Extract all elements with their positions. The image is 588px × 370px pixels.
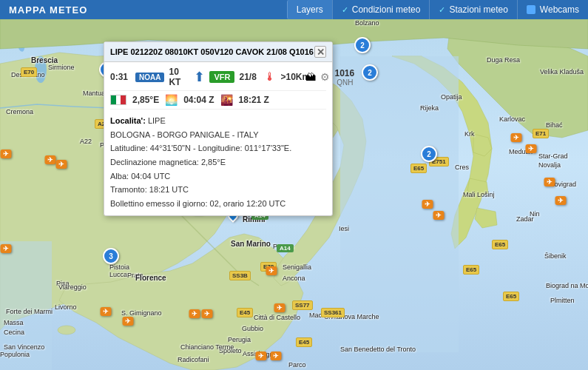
airport-marker-12[interactable] — [422, 200, 433, 209]
city-sirmione: Sirmione — [48, 64, 75, 71]
popup-lat: Latitudine: 44°31'50"N - Longitudine: 01… — [110, 141, 326, 155]
topbar: MAPPA METEO Layers ✓ Condizioni meteo ✓ … — [0, 0, 588, 19]
city-forte-dei-marmi: Forte dei Marmi — [6, 308, 53, 315]
city-pistoia: Pistoia — [109, 263, 129, 271]
city-parco: Parco — [288, 361, 306, 369]
localita-val: LIPE — [148, 116, 166, 125]
airport-marker-17[interactable] — [555, 196, 567, 205]
airport-marker-21[interactable] — [271, 352, 282, 360]
popup-header: LIPE 021220Z 08010KT 050V120 CAVOK 21/08… — [104, 42, 332, 62]
metar-temp: 21/8 — [239, 72, 260, 82]
city-lesci: Iesi — [339, 225, 349, 232]
airport-marker-9[interactable] — [202, 309, 213, 318]
metar-wind: 10 KT — [169, 67, 189, 87]
road-e45-3: E45 — [237, 308, 253, 317]
city-chianciano: Chianciano Terme — [180, 343, 234, 351]
road-ss361: SS361 — [321, 308, 345, 317]
stazioni-label: Stazioni meteo — [449, 4, 507, 15]
airport-marker-16[interactable] — [544, 178, 555, 186]
road-a14: A14 — [277, 244, 294, 252]
metar-source: NOAA — [135, 73, 164, 82]
metar-vfr-badge: VFR — [209, 71, 234, 83]
road-ss77: SS77 — [292, 300, 313, 310]
popup-close-button[interactable]: ✕ — [314, 46, 326, 58]
svg-point-4 — [58, 326, 75, 334]
city-radicofani: Radicofani — [178, 356, 209, 363]
airport-marker-7[interactable] — [123, 317, 134, 326]
popup-info: Localita': LIPE BOLOGNA - BORGO PANIGALE… — [110, 114, 326, 211]
city-bolzano: Bolzano — [355, 19, 379, 27]
cluster-count-4[interactable]: 2 — [421, 146, 437, 162]
road-e65-4: E65 — [463, 265, 479, 275]
metar-row1: 0:31 NOAA 10 KT ⬆ VFR 21/8 🌡 >10Km 🏔 ⚙ 1… — [110, 67, 326, 91]
layers-button[interactable]: Layers — [287, 0, 332, 19]
metar-sunset: 18:21 Z — [239, 95, 269, 105]
metar-vis: >10Km — [280, 72, 301, 82]
localita-label: Localita': — [110, 116, 146, 125]
popup-dec: Declinazione magnetica: 2,85°E — [110, 155, 326, 169]
airport-marker-10[interactable] — [266, 266, 277, 275]
city-ancona: Ancona — [283, 275, 305, 282]
city-san-vincenzo: San Vincenzo — [4, 343, 44, 351]
city-san-gimignano: S. Gimignano — [121, 309, 162, 317]
webcams-button[interactable]: Webcams — [517, 0, 588, 19]
city-bihac: Bihać — [546, 121, 563, 129]
airport-marker-6[interactable] — [101, 307, 112, 316]
airport-marker-19[interactable] — [1, 244, 12, 253]
airport-marker-15[interactable] — [526, 144, 537, 153]
metar-time: 0:31 — [110, 72, 131, 82]
sky-icon: 🏔 — [305, 71, 316, 83]
app-title: MAPPA METEO — [0, 4, 96, 16]
city-massa: Massa — [4, 319, 24, 326]
airport-marker-18[interactable] — [1, 149, 12, 158]
check-icon2: ✓ — [439, 5, 445, 15]
city-gubbio: Gubbio — [242, 325, 263, 332]
condizioni-button[interactable]: ✓ Condizioni meteo — [332, 0, 430, 19]
city-cecina: Cecina — [4, 329, 24, 336]
city-senigallia: Senigallia — [283, 263, 311, 271]
cluster-marker-5[interactable]: 2 — [362, 64, 378, 81]
sunset-icon: 🌇 — [220, 94, 233, 106]
cluster-count-2[interactable]: 2 — [354, 37, 371, 53]
qnh-label: QNH — [337, 78, 353, 87]
cluster-count-5[interactable]: 2 — [362, 64, 378, 81]
city-sanmarino: San Marino — [231, 240, 271, 248]
city-citta-castello: Città di Castello — [254, 314, 300, 321]
city-lucca: Lucca — [109, 271, 127, 278]
city-star-grad: Star-Grad — [538, 152, 568, 160]
city-cremona: Cremona — [6, 108, 33, 115]
temp-icon: 🌡 — [264, 70, 276, 84]
airport-marker-2[interactable] — [56, 160, 67, 169]
layers-label: Layers — [297, 4, 323, 15]
city-florence: Florence — [135, 274, 166, 282]
map-area[interactable]: Brescia Desenzano Sirmione Mantua Cremon… — [0, 19, 588, 370]
airport-marker-11[interactable] — [274, 303, 285, 312]
cluster-marker-4[interactable]: 2 — [421, 146, 437, 162]
city-biograd: Biograd na Moru — [546, 282, 588, 289]
city-populonia: Populonia — [0, 351, 30, 358]
road-ss4: E45 — [296, 337, 312, 347]
airport-marker-1[interactable] — [45, 155, 56, 164]
webcams-label: Webcams — [540, 4, 579, 15]
city-cres: Cres — [455, 164, 469, 171]
airport-marker-13[interactable] — [433, 211, 445, 220]
city-livorno: Livorno — [55, 303, 77, 311]
popup-bulletin: Bollettino emesso il giorno: 02, orario … — [110, 197, 326, 211]
airport-marker-14[interactable] — [511, 133, 522, 142]
road-e71: E71 — [533, 129, 549, 138]
popup-sunset: Tramonto: 18:21 UTC — [110, 183, 326, 197]
metar-pressure: 1016 — [334, 68, 355, 78]
city-nin: Nin — [530, 210, 540, 218]
airport-marker-8[interactable] — [189, 309, 200, 318]
cluster-count-3[interactable]: 3 — [103, 248, 119, 264]
gear-icon: ⚙ — [320, 71, 330, 83]
stazioni-button[interactable]: ✓ Stazioni meteo — [429, 0, 516, 19]
city-mali-losinj: Mali Lošinj — [463, 191, 495, 198]
check-icon: ✓ — [342, 5, 348, 15]
cluster-marker-3[interactable]: 3 — [103, 248, 119, 264]
airport-marker-20[interactable] — [256, 352, 267, 360]
popup-header-text: LIPE 021220Z 08010KT 050V120 CAVOK 21/08… — [110, 47, 314, 56]
road-e65-3: E65 — [503, 292, 519, 301]
cluster-marker-2[interactable]: 2 — [354, 37, 371, 53]
city-novalja: Novalja — [538, 161, 561, 169]
